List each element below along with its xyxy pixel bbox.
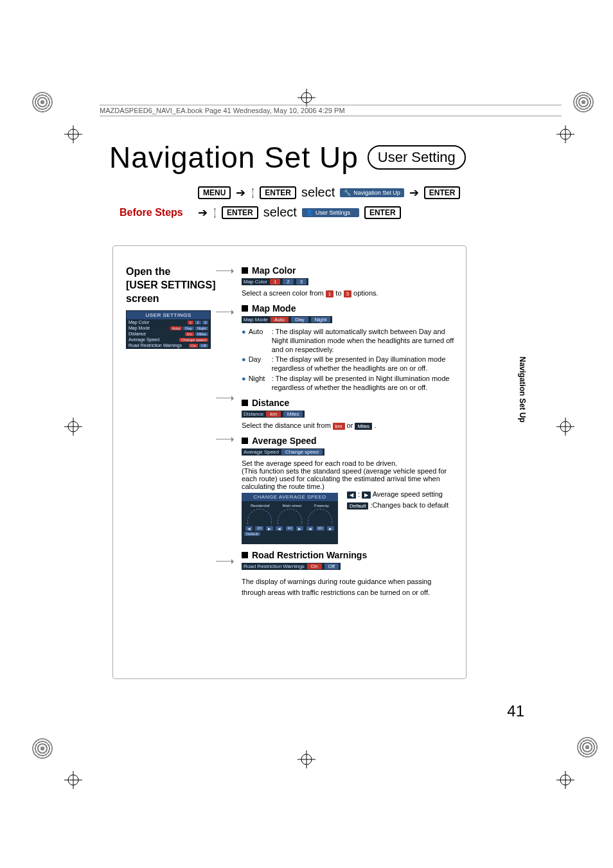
right-arrow-icon: ▶	[362, 492, 371, 499]
distance-heading-text: Distance	[252, 398, 289, 408]
section-map-color: Map Color Map Color 1 2 3 Select a scree…	[242, 265, 457, 297]
road-restriction-heading: Road Restriction Warnings	[242, 550, 457, 560]
avg-speed-heading: Average Speed	[242, 436, 457, 446]
crop-mark	[64, 771, 82, 789]
up-down-icon: ↑↓	[213, 208, 217, 218]
crop-medallion	[32, 92, 53, 112]
avg-speed-note: Set the average speed for each road to b…	[242, 459, 457, 490]
crop-mark	[298, 750, 315, 768]
crop-mark	[556, 125, 574, 143]
before-steps: Before Steps MENU ➔ ↑↓ ENTER select 🔧Nav…	[113, 185, 466, 220]
usp-row-opts: Change speed	[179, 338, 208, 342]
left-column: Open the [USER SETTINGS] screen USER SET…	[126, 265, 222, 349]
map-mode-item-name: Day	[249, 355, 269, 373]
avg-speed-legend: ◀ : ▶ Average speed setting Default :Cha…	[347, 490, 449, 509]
menu-key: MENU	[198, 186, 231, 199]
select-word: select	[263, 205, 297, 220]
bar-opt: Miles	[283, 411, 303, 417]
bar-opt: 3	[296, 279, 306, 285]
map-mode-item: ●Day: The display will be presented in D…	[242, 355, 457, 373]
distance-heading: Distance	[242, 398, 457, 408]
user-settings-chip-label: User Settings	[315, 209, 350, 216]
right-column: Map Color Map Color 1 2 3 Select a scree…	[242, 265, 457, 603]
crop-medallion	[577, 737, 598, 757]
map-mode-heading-text: Map Mode	[252, 303, 296, 314]
before-steps-label: Before Steps	[120, 207, 183, 218]
avg-speed-heading-text: Average Speed	[252, 436, 317, 446]
arrow-icon: ➔	[409, 186, 419, 200]
bar-opt: 2	[283, 279, 293, 285]
bullet-icon: ●	[242, 375, 246, 393]
bar-opt: Off	[324, 563, 339, 569]
avg-speed-bar: Average Speed Change speed	[242, 448, 324, 456]
map-mode-item-name: Auto	[249, 328, 269, 354]
section-road-restriction: Road Restriction Warnings Road Restricti…	[242, 550, 457, 598]
map-mode-item-desc: : The display will be presented in Day i…	[272, 355, 457, 373]
note-text: .	[374, 421, 376, 429]
left-arrow-icon: ◀	[245, 526, 253, 531]
change-avg-speed-title: CHANGE AVERAGE SPEED	[242, 493, 338, 501]
subtitle-oval: User Setting	[368, 145, 466, 170]
map-color-bar: Map Color 1 2 3	[242, 278, 308, 285]
inline-chip: 1	[326, 290, 333, 297]
user-settings-panel-title: USER SETTINGS	[127, 311, 210, 319]
leader-arrow	[216, 398, 233, 398]
note-text: options.	[353, 289, 378, 297]
bar-opt: On	[307, 563, 322, 569]
user-settings-panel-row: DistancekmMiles	[127, 331, 210, 337]
usp-row-label: Road Restriction Warnings	[129, 343, 182, 348]
legend-text: Average speed setting	[373, 490, 443, 498]
bar-label: Distance	[244, 411, 263, 417]
running-header: MAZDASPEED6_NAVI_EA.book Page 41 Wednesd…	[100, 105, 562, 116]
side-tab: Navigation Set Up	[518, 357, 527, 423]
crop-mark	[556, 771, 574, 789]
bar-opt: Day	[291, 317, 308, 323]
crop-mark	[64, 125, 82, 143]
distance-note: Select the distance unit from km or Mile…	[242, 421, 457, 430]
leader-arrow	[216, 561, 233, 562]
section-average-speed: Average Speed Average Speed Change speed…	[242, 436, 457, 544]
gauge-col: Residential	[251, 504, 270, 508]
map-color-heading: Map Color	[242, 265, 457, 276]
bar-opt: Night	[311, 317, 331, 323]
crop-mark	[298, 89, 315, 107]
title-row: Navigation Set Up User Setting	[109, 140, 552, 175]
change-avg-speed-img: CHANGE AVERAGE SPEED Residential Main st…	[242, 493, 338, 544]
right-arrow-icon: ▶	[296, 526, 303, 531]
note-text: Select a screen color from	[242, 289, 326, 297]
enter-key: ENTER	[260, 186, 296, 199]
usp-row-opts: 123	[188, 321, 208, 324]
road-restriction-bar: Road Restriction Warnings On Off	[242, 563, 341, 570]
gauge-icon	[247, 509, 272, 525]
right-arrow-icon: ▶	[327, 526, 334, 531]
open-heading-l3: screen	[126, 293, 159, 304]
map-mode-bullets: ●Auto: The display will automatically sw…	[242, 328, 457, 392]
map-mode-item-desc: : The display will automatically switch …	[272, 328, 457, 354]
note-text: or	[347, 421, 355, 429]
user-settings-panel-row: Road Restriction WarningsOnOff	[127, 342, 210, 348]
map-mode-item-desc: : The display will be presented in Night…	[272, 375, 457, 393]
default-button-img: Default	[244, 532, 260, 536]
select-word: select	[301, 185, 335, 200]
wrench-icon: 🔧	[344, 190, 351, 196]
user-settings-chip: 👤User Settings	[302, 208, 359, 217]
road-restriction-note: The display of warnings during route gui…	[242, 576, 457, 598]
legend-text: :Changes back to default	[370, 501, 449, 509]
default-chip: Default	[347, 502, 368, 509]
page-title: Navigation Set Up	[109, 140, 359, 175]
usp-opt: km	[185, 332, 194, 336]
usp-row-label: Map Mode	[129, 326, 150, 330]
gauge-val: 60	[316, 526, 324, 531]
inline-chip: km	[333, 423, 345, 430]
arrow-icon: ➔	[198, 206, 208, 220]
usp-row-opts: kmMiles	[185, 332, 208, 336]
bar-opt: 1	[270, 279, 280, 285]
flow-row-1: MENU ➔ ↑↓ ENTER select 🔧Navigation Set U…	[198, 185, 466, 200]
crop-medallion	[573, 92, 594, 112]
right-arrow-icon: ▶	[266, 526, 273, 531]
up-down-icon: ↑↓	[251, 188, 254, 198]
content-frame: Open the [USER SETTINGS] screen USER SET…	[112, 245, 466, 679]
usp-opt: Day	[183, 326, 194, 330]
usp-opt: 2	[195, 321, 200, 324]
left-arrow-icon: ◀	[276, 526, 283, 531]
